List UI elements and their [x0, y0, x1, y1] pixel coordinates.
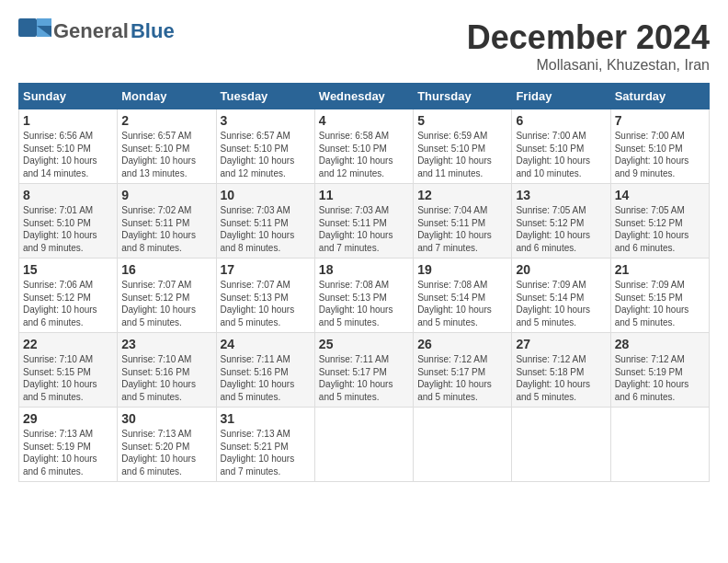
- day-info: Sunrise: 7:02 AMSunset: 5:11 PMDaylight:…: [121, 204, 211, 254]
- day-info: Sunrise: 6:56 AMSunset: 5:10 PMDaylight:…: [23, 130, 113, 179]
- day-header-friday: Friday: [512, 84, 610, 109]
- day-number: 28: [615, 337, 705, 351]
- day-number: 25: [319, 337, 409, 351]
- day-number: 10: [221, 188, 311, 202]
- day-info: Sunrise: 7:05 AMSunset: 5:12 PMDaylight:…: [516, 204, 606, 254]
- day-number: 19: [417, 262, 507, 277]
- week-row-4: 22Sunrise: 7:10 AMSunset: 5:15 PMDayligh…: [19, 333, 710, 408]
- header-row: SundayMondayTuesdayWednesdayThursdayFrid…: [19, 84, 710, 109]
- title-area: December 2024 Mollasani, Khuzestan, Iran: [467, 18, 710, 74]
- day-number: 8: [23, 188, 113, 202]
- day-info: Sunrise: 6:58 AMSunset: 5:10 PMDaylight:…: [319, 130, 409, 179]
- calendar-cell: 17Sunrise: 7:07 AMSunset: 5:13 PMDayligh…: [216, 259, 314, 333]
- day-info: Sunrise: 7:03 AMSunset: 5:11 PMDaylight:…: [221, 204, 311, 254]
- day-header-monday: Monday: [118, 84, 216, 109]
- calendar-cell: 6Sunrise: 7:00 AMSunset: 5:10 PMDaylight…: [512, 109, 610, 184]
- day-info: Sunrise: 7:08 AMSunset: 5:14 PMDaylight:…: [417, 279, 507, 328]
- calendar-cell: 30Sunrise: 7:13 AMSunset: 5:20 PMDayligh…: [118, 408, 216, 482]
- calendar-cell: 24Sunrise: 7:11 AMSunset: 5:16 PMDayligh…: [216, 333, 314, 408]
- day-number: 7: [615, 113, 705, 128]
- day-info: Sunrise: 7:13 AMSunset: 5:21 PMDaylight:…: [221, 428, 311, 477]
- calendar-cell: 2Sunrise: 6:57 AMSunset: 5:10 PMDaylight…: [118, 109, 216, 184]
- calendar-cell: 25Sunrise: 7:11 AMSunset: 5:17 PMDayligh…: [314, 333, 413, 408]
- calendar-cell: 31Sunrise: 7:13 AMSunset: 5:21 PMDayligh…: [216, 408, 314, 482]
- day-number: 18: [319, 262, 409, 277]
- day-header-saturday: Saturday: [610, 84, 709, 109]
- day-info: Sunrise: 7:09 AMSunset: 5:14 PMDaylight:…: [516, 279, 606, 328]
- calendar-cell: 14Sunrise: 7:05 AMSunset: 5:12 PMDayligh…: [610, 184, 709, 259]
- calendar-cell: 12Sunrise: 7:04 AMSunset: 5:11 PMDayligh…: [414, 184, 512, 259]
- day-info: Sunrise: 7:06 AMSunset: 5:12 PMDaylight:…: [23, 279, 113, 328]
- day-header-thursday: Thursday: [414, 84, 512, 109]
- day-number: 20: [516, 262, 606, 277]
- header: General Blue December 2024 Mollasani, Kh…: [18, 18, 710, 74]
- day-number: 22: [23, 337, 113, 351]
- day-info: Sunrise: 7:03 AMSunset: 5:11 PMDaylight:…: [319, 204, 409, 254]
- calendar-cell: 28Sunrise: 7:12 AMSunset: 5:19 PMDayligh…: [610, 333, 709, 408]
- calendar-table: SundayMondayTuesdayWednesdayThursdayFrid…: [18, 83, 710, 482]
- logo: General Blue: [18, 18, 175, 44]
- calendar-cell: 22Sunrise: 7:10 AMSunset: 5:15 PMDayligh…: [19, 333, 118, 408]
- week-row-5: 29Sunrise: 7:13 AMSunset: 5:19 PMDayligh…: [19, 408, 710, 482]
- day-number: 24: [221, 337, 311, 351]
- logo-blue: Blue: [131, 19, 175, 43]
- week-row-3: 15Sunrise: 7:06 AMSunset: 5:12 PMDayligh…: [19, 259, 710, 333]
- day-info: Sunrise: 7:12 AMSunset: 5:18 PMDaylight:…: [516, 353, 606, 403]
- calendar-cell: 16Sunrise: 7:07 AMSunset: 5:12 PMDayligh…: [118, 259, 216, 333]
- day-info: Sunrise: 7:09 AMSunset: 5:15 PMDaylight:…: [615, 279, 705, 328]
- day-info: Sunrise: 7:12 AMSunset: 5:17 PMDaylight:…: [417, 353, 507, 403]
- calendar-cell: 29Sunrise: 7:13 AMSunset: 5:19 PMDayligh…: [19, 408, 118, 482]
- calendar-cell: 13Sunrise: 7:05 AMSunset: 5:12 PMDayligh…: [512, 184, 610, 259]
- day-number: 30: [121, 411, 211, 426]
- day-number: 17: [221, 262, 311, 277]
- day-number: 27: [516, 337, 606, 351]
- day-info: Sunrise: 7:05 AMSunset: 5:12 PMDaylight:…: [615, 204, 705, 254]
- month-title: December 2024: [467, 18, 710, 57]
- day-number: 9: [121, 188, 211, 202]
- calendar-cell: [414, 408, 512, 482]
- day-number: 21: [615, 262, 705, 277]
- day-number: 13: [516, 188, 606, 202]
- day-header-tuesday: Tuesday: [216, 84, 314, 109]
- calendar-cell: 11Sunrise: 7:03 AMSunset: 5:11 PMDayligh…: [314, 184, 413, 259]
- day-info: Sunrise: 7:08 AMSunset: 5:13 PMDaylight:…: [319, 279, 409, 328]
- day-number: 26: [417, 337, 507, 351]
- calendar-cell: 27Sunrise: 7:12 AMSunset: 5:18 PMDayligh…: [512, 333, 610, 408]
- calendar-cell: 19Sunrise: 7:08 AMSunset: 5:14 PMDayligh…: [414, 259, 512, 333]
- day-number: 23: [121, 337, 211, 351]
- calendar-cell: 15Sunrise: 7:06 AMSunset: 5:12 PMDayligh…: [19, 259, 118, 333]
- day-info: Sunrise: 7:04 AMSunset: 5:11 PMDaylight:…: [417, 204, 507, 254]
- calendar-cell: [610, 408, 709, 482]
- day-number: 29: [23, 411, 113, 426]
- calendar-cell: 20Sunrise: 7:09 AMSunset: 5:14 PMDayligh…: [512, 259, 610, 333]
- calendar-cell: 5Sunrise: 6:59 AMSunset: 5:10 PMDaylight…: [414, 109, 512, 184]
- day-info: Sunrise: 7:12 AMSunset: 5:19 PMDaylight:…: [615, 353, 705, 403]
- day-number: 14: [615, 188, 705, 202]
- week-row-1: 1Sunrise: 6:56 AMSunset: 5:10 PMDaylight…: [19, 109, 710, 184]
- day-number: 6: [516, 113, 606, 128]
- day-info: Sunrise: 7:11 AMSunset: 5:16 PMDaylight:…: [221, 353, 311, 403]
- day-number: 4: [319, 113, 409, 128]
- day-number: 5: [417, 113, 507, 128]
- day-number: 2: [121, 113, 211, 128]
- week-row-2: 8Sunrise: 7:01 AMSunset: 5:10 PMDaylight…: [19, 184, 710, 259]
- day-info: Sunrise: 6:57 AMSunset: 5:10 PMDaylight:…: [221, 130, 311, 179]
- calendar-cell: 9Sunrise: 7:02 AMSunset: 5:11 PMDaylight…: [118, 184, 216, 259]
- day-number: 31: [221, 411, 311, 426]
- day-number: 1: [23, 113, 113, 128]
- day-info: Sunrise: 7:00 AMSunset: 5:10 PMDaylight:…: [516, 130, 606, 179]
- day-info: Sunrise: 7:01 AMSunset: 5:10 PMDaylight:…: [23, 204, 113, 254]
- day-number: 12: [417, 188, 507, 202]
- day-info: Sunrise: 6:59 AMSunset: 5:10 PMDaylight:…: [417, 130, 507, 179]
- day-info: Sunrise: 7:13 AMSunset: 5:19 PMDaylight:…: [23, 428, 113, 477]
- day-number: 16: [121, 262, 211, 277]
- day-info: Sunrise: 7:10 AMSunset: 5:16 PMDaylight:…: [121, 353, 211, 403]
- calendar-cell: 4Sunrise: 6:58 AMSunset: 5:10 PMDaylight…: [314, 109, 413, 184]
- calendar-cell: 23Sunrise: 7:10 AMSunset: 5:16 PMDayligh…: [118, 333, 216, 408]
- calendar-cell: 3Sunrise: 6:57 AMSunset: 5:10 PMDaylight…: [216, 109, 314, 184]
- svg-rect-0: [18, 18, 37, 37]
- calendar-cell: [314, 408, 413, 482]
- day-number: 15: [23, 262, 113, 277]
- day-number: 3: [221, 113, 311, 128]
- location-title: Mollasani, Khuzestan, Iran: [467, 57, 710, 74]
